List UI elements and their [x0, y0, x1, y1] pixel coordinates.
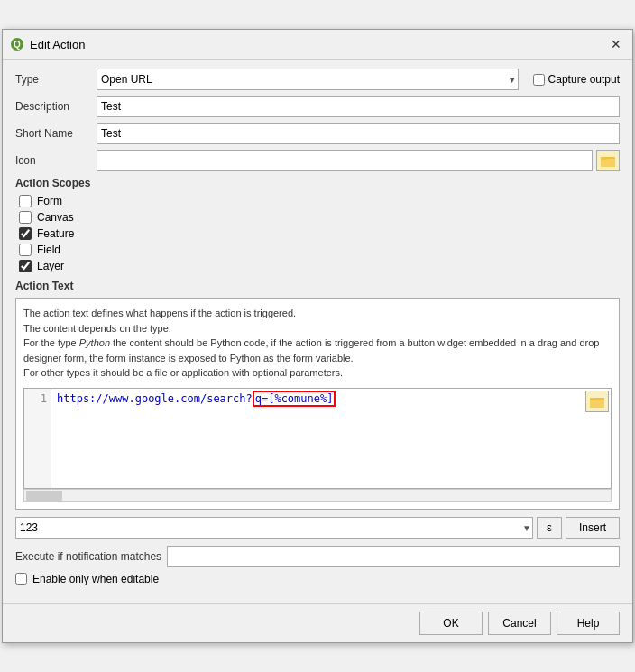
code-area-wrapper: 1 https://www.google.com/search?q=[%comu…	[23, 388, 612, 489]
scope-canvas-row: Canvas	[19, 211, 620, 224]
horizontal-scrollbar[interactable]	[23, 489, 612, 502]
ok-button[interactable]: OK	[419, 612, 483, 635]
svg-rect-7	[590, 398, 596, 400]
title-bar-left: Q Edit Action	[10, 37, 85, 51]
scope-form-checkbox[interactable]	[19, 195, 32, 207]
type-select-wrapper: Open URL ▼ Capture output	[97, 69, 620, 90]
icon-label: Icon	[15, 154, 97, 167]
editable-label: Enable only when editable	[32, 573, 159, 585]
scope-layer-label: Layer	[37, 260, 64, 272]
epsilon-button[interactable]: ε	[537, 517, 562, 539]
type-select-wrapper-inner: Open URL ▼	[97, 69, 519, 90]
line-numbers: 1	[24, 389, 51, 488]
icon-input-wrapper	[97, 150, 620, 171]
notify-row: Execute if notification matches	[15, 546, 620, 567]
scope-layer-checkbox[interactable]	[19, 260, 32, 272]
scope-form-label: Form	[37, 195, 62, 207]
dialog-footer: OK Cancel Help	[3, 603, 632, 642]
type-select[interactable]: Open URL	[97, 69, 519, 90]
scope-canvas-label: Canvas	[37, 211, 74, 224]
type-label: Type	[15, 73, 97, 86]
action-text-section: The action text defines what happens if …	[15, 298, 620, 510]
desc-line2: The content depends on the type.	[23, 321, 612, 336]
insert-row: 123 ▼ ε Insert	[15, 517, 620, 539]
scope-field-checkbox[interactable]	[19, 244, 32, 256]
scope-field-row: Field	[19, 244, 620, 256]
action-scopes-title: Action Scopes	[15, 177, 620, 189]
code-folder-icon	[590, 395, 604, 408]
scopes-group: Form Canvas Feature Field Layer	[15, 195, 620, 272]
code-folder-button[interactable]	[585, 391, 609, 412]
desc-line3-post: the content should be Python code, if th…	[110, 337, 599, 348]
editable-row: Enable only when editable	[15, 573, 620, 585]
desc-line5: For other types it should be a file or a…	[23, 365, 612, 381]
edit-action-dialog: Q Edit Action ✕ Type Open URL ▼ Capture …	[2, 29, 633, 643]
short-name-input[interactable]: Test	[97, 123, 620, 144]
svg-rect-3	[601, 159, 615, 167]
capture-output-group: Capture output	[533, 73, 620, 86]
editable-checkbox[interactable]	[15, 573, 27, 585]
short-name-label: Short Name	[15, 127, 97, 140]
scope-feature-label: Feature	[37, 227, 74, 240]
dialog-content: Type Open URL ▼ Capture output Descripti…	[3, 60, 632, 603]
desc-line3: For the type Python the content should b…	[23, 336, 612, 351]
icon-folder-button[interactable]	[596, 150, 620, 171]
scope-canvas-checkbox[interactable]	[19, 211, 32, 224]
desc-line1: The action text defines what happens if …	[23, 306, 612, 321]
title-bar: Q Edit Action ✕	[3, 30, 632, 60]
scope-layer-row: Layer	[19, 260, 620, 272]
scope-form-row: Form	[19, 195, 620, 207]
scope-feature-checkbox[interactable]	[19, 227, 32, 240]
description-label: Description	[15, 100, 97, 113]
help-button[interactable]: Help	[557, 612, 620, 635]
insert-select-wrapper: 123 ▼	[15, 517, 533, 539]
code-content[interactable]: https://www.google.com/search?q=[%comune…	[51, 389, 611, 488]
line-number-1: 1	[28, 392, 47, 405]
code-editor[interactable]: 1 https://www.google.com/search?q=[%comu…	[24, 389, 611, 488]
insert-select[interactable]: 123	[15, 517, 533, 539]
scope-feature-row: Feature	[19, 227, 620, 240]
insert-button[interactable]: Insert	[566, 517, 620, 539]
folder-icon	[601, 154, 615, 167]
description-row: Description Test	[15, 96, 620, 117]
svg-text:Q: Q	[14, 40, 21, 50]
notify-input[interactable]	[167, 546, 620, 567]
desc-line3-italic: Python	[79, 337, 110, 348]
dialog-title: Edit Action	[30, 38, 85, 51]
svg-rect-6	[590, 400, 604, 408]
code-url-highlight: q=[%comune%]	[253, 391, 336, 407]
scrollbar-thumb[interactable]	[26, 491, 62, 502]
close-button[interactable]: ✕	[607, 35, 625, 53]
type-row: Type Open URL ▼ Capture output	[15, 69, 620, 90]
desc-line3-pre: For the type	[23, 337, 79, 348]
action-text-description: The action text defines what happens if …	[23, 306, 612, 381]
description-input[interactable]: Test	[97, 96, 620, 117]
code-url-pre: https://www.google.com/search?	[57, 392, 253, 405]
cancel-button[interactable]: Cancel	[488, 612, 551, 635]
desc-line4: designer form, the form instance is expo…	[23, 351, 612, 366]
action-text-title: Action Text	[15, 280, 620, 292]
svg-rect-4	[601, 157, 607, 160]
capture-output-checkbox[interactable]	[533, 74, 545, 86]
capture-output-label: Capture output	[548, 73, 620, 86]
icon-row: Icon	[15, 150, 620, 171]
icon-input[interactable]	[97, 150, 593, 171]
short-name-row: Short Name Test	[15, 123, 620, 144]
qgis-icon: Q	[10, 37, 24, 51]
notify-label: Execute if notification matches	[15, 550, 161, 563]
scope-field-label: Field	[37, 244, 60, 256]
